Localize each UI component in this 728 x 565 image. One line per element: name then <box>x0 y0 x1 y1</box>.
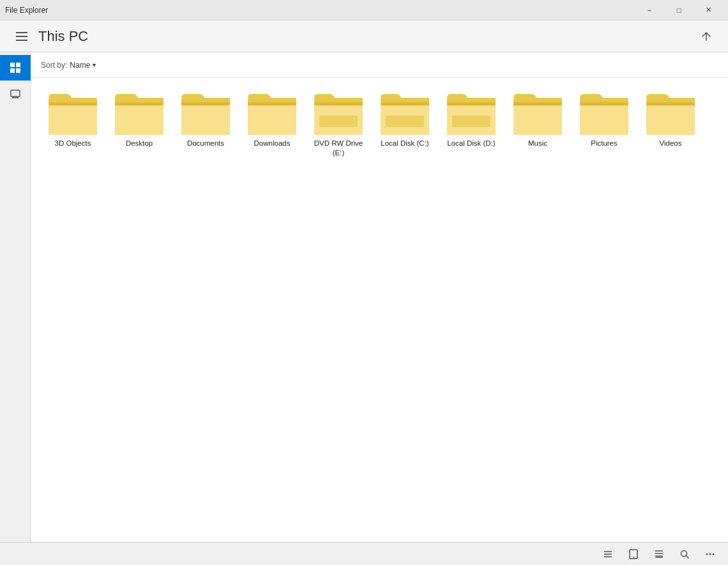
svg-rect-23 <box>319 116 358 127</box>
more-button[interactable] <box>700 545 720 563</box>
svg-rect-36 <box>580 103 628 135</box>
hamburger-line <box>16 32 27 33</box>
maximize-button[interactable]: □ <box>664 0 694 20</box>
file-item[interactable]: Local Disk (C:) <box>373 86 437 156</box>
list-view-icon <box>603 549 613 559</box>
svg-rect-27 <box>386 116 424 127</box>
svg-rect-39 <box>646 103 695 135</box>
hamburger-line <box>16 36 27 37</box>
svg-rect-10 <box>49 102 97 105</box>
file-label: 3D Objects <box>55 139 91 148</box>
folder-icon <box>646 91 695 135</box>
sort-label: Sort by: <box>41 61 67 70</box>
search-button[interactable] <box>674 545 695 563</box>
file-label: Documents <box>187 139 224 148</box>
sort-bar: Sort by: Name ▾ <box>31 52 728 78</box>
svg-rect-30 <box>447 102 496 105</box>
sidebar-device[interactable] <box>0 81 31 106</box>
list-view-button[interactable] <box>598 545 618 563</box>
hamburger-button[interactable] <box>10 25 33 48</box>
svg-point-53 <box>709 553 711 555</box>
svg-rect-19 <box>248 102 296 105</box>
svg-rect-9 <box>49 103 97 135</box>
file-item[interactable]: Local Disk (D:) <box>439 86 503 156</box>
svg-rect-4 <box>11 90 20 97</box>
file-label: Pictures <box>591 139 618 148</box>
svg-rect-22 <box>314 102 363 105</box>
hamburger-line <box>16 40 27 41</box>
file-label: Local Disk (D:) <box>447 139 495 148</box>
folder-icon <box>49 91 97 135</box>
file-label: Downloads <box>254 139 291 148</box>
file-label: Desktop <box>126 139 153 148</box>
detail-view-icon <box>654 549 664 559</box>
content-area: Sort by: Name ▾ 3D ObjectsDesktopDocumen… <box>31 52 728 542</box>
tablet-icon <box>628 549 639 559</box>
folder-icon <box>248 91 296 135</box>
file-item[interactable]: DVD RW Drive (E:) <box>307 86 370 156</box>
svg-rect-31 <box>452 116 490 127</box>
svg-rect-12 <box>115 103 163 135</box>
file-item[interactable]: Videos <box>639 86 702 156</box>
svg-rect-40 <box>646 102 695 105</box>
file-item[interactable]: Pictures <box>572 86 636 156</box>
svg-rect-26 <box>381 102 429 105</box>
file-label: DVD RW Drive (E:) <box>310 139 367 158</box>
svg-rect-18 <box>248 103 296 135</box>
grid-icon <box>10 62 21 74</box>
svg-rect-0 <box>10 63 15 67</box>
svg-rect-13 <box>115 102 163 105</box>
device-icon <box>10 88 21 99</box>
page-title: This PC <box>38 28 695 45</box>
detail-view-button[interactable] <box>649 545 669 563</box>
svg-rect-2 <box>10 68 15 73</box>
folder-icon <box>115 91 163 135</box>
close-button[interactable]: ✕ <box>694 0 723 20</box>
chevron-down-icon: ▾ <box>93 61 96 68</box>
status-bar <box>0 542 728 565</box>
file-label: Local Disk (C:) <box>381 139 428 148</box>
up-icon <box>701 31 712 42</box>
svg-rect-1 <box>16 63 20 67</box>
more-icon <box>705 549 715 559</box>
folder-icon <box>513 91 562 135</box>
file-item[interactable]: Documents <box>174 86 238 156</box>
sort-value-text: Name <box>70 61 90 70</box>
file-label: Music <box>528 139 547 148</box>
svg-rect-33 <box>513 103 562 135</box>
folder-icon <box>181 91 230 135</box>
svg-rect-37 <box>580 102 628 105</box>
window-title: File Explorer <box>5 6 635 15</box>
file-item[interactable]: Music <box>506 86 570 156</box>
main-layout: Sort by: Name ▾ 3D ObjectsDesktopDocumen… <box>0 52 728 542</box>
drive-icon <box>381 91 429 135</box>
window-controls: − □ ✕ <box>635 0 723 20</box>
search-icon <box>679 549 690 559</box>
file-item[interactable]: 3D Objects <box>41 86 105 156</box>
file-label: Videos <box>660 139 682 148</box>
folder-icon <box>580 91 628 135</box>
file-item[interactable]: Downloads <box>240 86 304 156</box>
minimize-button[interactable]: − <box>635 0 664 20</box>
header-bar: This PC <box>0 20 728 52</box>
file-grid: 3D ObjectsDesktopDocumentsDownloadsDVD R… <box>31 78 728 164</box>
up-button[interactable] <box>695 25 718 48</box>
drive-icon <box>447 91 496 135</box>
svg-rect-15 <box>181 103 230 135</box>
svg-line-51 <box>686 555 689 558</box>
tablet-view-button[interactable] <box>623 545 644 563</box>
svg-rect-16 <box>181 102 230 105</box>
sidebar <box>0 52 31 542</box>
sidebar-grid-view[interactable] <box>0 55 31 81</box>
title-bar: File Explorer − □ ✕ <box>0 0 728 20</box>
file-item[interactable]: Desktop <box>107 86 171 156</box>
svg-point-52 <box>706 553 708 555</box>
svg-point-54 <box>713 553 715 555</box>
svg-rect-3 <box>16 68 20 73</box>
sort-dropdown[interactable]: Name ▾ <box>70 61 96 70</box>
svg-rect-34 <box>513 102 562 105</box>
drive-icon <box>314 91 363 135</box>
